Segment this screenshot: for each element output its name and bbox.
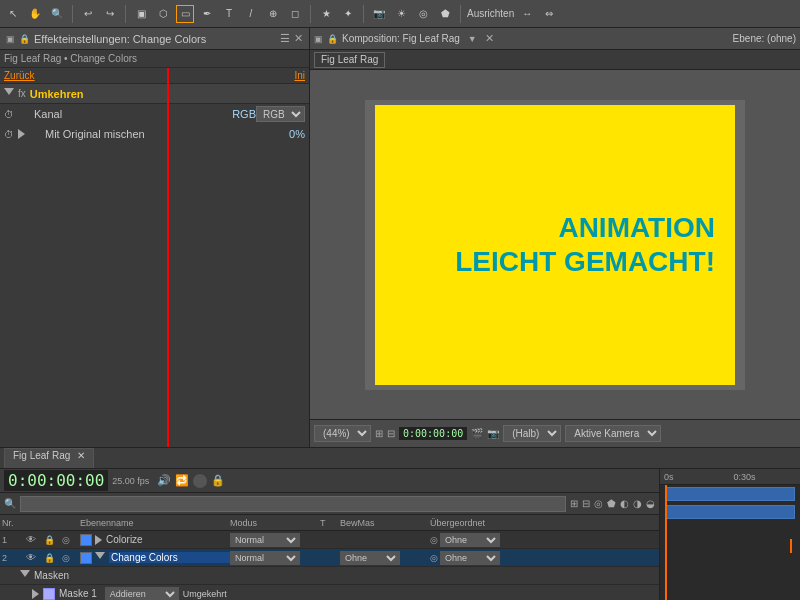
light-icon[interactable]: ☀ xyxy=(392,5,410,23)
effect-section-umkehren[interactable]: fx Umkehren xyxy=(0,84,309,104)
layer2-eye-icon[interactable]: 👁 xyxy=(26,552,44,563)
grid-icon[interactable]: ⊟ xyxy=(387,428,395,439)
layer1-ueberge-dropdown[interactable]: Ohne xyxy=(440,533,500,547)
timeline-tool2[interactable]: ⊟ xyxy=(582,498,590,509)
timeline-tab-label: Fig Leaf Rag xyxy=(13,450,70,461)
maske1-mode-dropdown[interactable]: Addieren Subtrahieren xyxy=(105,587,179,601)
solo-dot[interactable] xyxy=(193,474,207,488)
comp-tab-figleafrag[interactable]: Fig Leaf Rag xyxy=(314,52,385,68)
composition-panel: ▣ 🔒 Komposition: Fig Leaf Rag ▼ ✕ Ebene:… xyxy=(310,28,800,447)
kanal-stopwatch-icon[interactable]: ⏱ xyxy=(4,109,14,120)
layer1-modus-dropdown[interactable]: Normal xyxy=(230,533,300,547)
timeline-controls: 0:00:00:00 25.00 fps 🔊 🔁 🔒 xyxy=(0,469,659,493)
align-left-icon[interactable]: ↔ xyxy=(518,5,536,23)
redo-icon[interactable]: ↪ xyxy=(101,5,119,23)
section-triangle xyxy=(4,88,14,100)
layer-row-1[interactable]: 1 👁 🔒 ◎ Colorize Normal ◎ xyxy=(0,531,659,549)
kanal-value: RGB xyxy=(232,108,256,120)
timeline-tracks xyxy=(660,485,800,600)
layer1-track-bar[interactable] xyxy=(665,487,795,501)
layer2-bewmas-dropdown[interactable]: Ohne xyxy=(340,551,400,565)
clone-icon[interactable]: ⊕ xyxy=(264,5,282,23)
timeline-close-icon[interactable]: ✕ xyxy=(77,450,85,461)
text-icon[interactable]: T xyxy=(220,5,238,23)
effect-settings-header: ▣ 🔒 Effekteinstellungen: Change Colors ☰… xyxy=(0,28,309,50)
roto-icon[interactable]: ★ xyxy=(317,5,335,23)
canvas-animation-text: ANIMATION LEICHT GEMACHT! xyxy=(455,211,715,278)
layer1-solo-btn[interactable]: ◎ xyxy=(62,535,80,545)
align-right-icon[interactable]: ⇔ xyxy=(540,5,558,23)
col-ueberge-header: Übergeordnet xyxy=(430,518,560,528)
layer1-triangle[interactable] xyxy=(95,535,102,545)
layer-row-2[interactable]: 2 👁 🔒 ◎ Change Colors Normal Oh xyxy=(0,549,659,567)
panel-icon: ▣ xyxy=(6,34,15,44)
col-zuruck-header[interactable]: Zurück xyxy=(4,70,294,81)
col-name-header: Ebenenname xyxy=(80,518,230,528)
speaker-icon[interactable]: 🔊 xyxy=(157,474,171,487)
layer2-lock-icon[interactable]: 🔒 xyxy=(44,553,62,563)
col-headers: Zurück Ini xyxy=(0,68,309,84)
maske1-row[interactable]: Maske 1 Addieren Subtrahieren Umgekehrt xyxy=(0,585,659,600)
sep2 xyxy=(125,5,126,23)
camera-icon[interactable]: 📷 xyxy=(370,5,388,23)
layer1-lock-icon[interactable]: 🔒 xyxy=(44,535,62,545)
layer2-track-bar[interactable] xyxy=(665,505,795,519)
layer2-color xyxy=(80,552,92,564)
timeline-tool1[interactable]: ⊞ xyxy=(570,498,578,509)
masken-triangle xyxy=(20,570,30,582)
panel-close-icon[interactable]: ✕ xyxy=(294,32,303,45)
layer2-triangle[interactable] xyxy=(95,552,105,564)
rect-icon[interactable]: ▣ xyxy=(132,5,150,23)
col-nr-header: Nr. xyxy=(2,518,26,528)
mischen-label: Mit Original mischen xyxy=(29,128,289,140)
timeline-tool3[interactable]: ◎ xyxy=(594,498,603,509)
cursor-icon[interactable]: ↖ xyxy=(4,5,22,23)
kanal-dropdown[interactable]: RGB Rot Grün Blau xyxy=(256,106,305,122)
time-marker-0: 0s xyxy=(664,472,674,482)
comp-close-icon[interactable]: ✕ xyxy=(485,32,494,45)
layer1-eye-icon[interactable]: 👁 xyxy=(26,534,44,545)
timeline-tracks-panel: 0s 0:30s 1:00s xyxy=(660,469,800,600)
timeline-tab[interactable]: Fig Leaf Rag ✕ xyxy=(4,448,94,468)
loop-icon[interactable]: 🔁 xyxy=(175,474,189,487)
puppet-icon[interactable]: ✦ xyxy=(339,5,357,23)
cam-icon[interactable]: 📷 xyxy=(487,428,499,439)
layer1-color xyxy=(80,534,92,546)
playhead xyxy=(665,485,667,600)
masken-row[interactable]: Masken xyxy=(0,567,659,585)
brush-icon[interactable]: / xyxy=(242,5,260,23)
comp-dropdown-icon[interactable]: ▼ xyxy=(468,34,477,44)
panel-menu-icon[interactable]: ☰ xyxy=(280,32,290,45)
sep1 xyxy=(72,5,73,23)
eraser-icon[interactable]: ◻ xyxy=(286,5,304,23)
hand-icon[interactable]: ✋ xyxy=(26,5,44,23)
timeline-tool5[interactable]: ◐ xyxy=(620,498,629,509)
comp-canvas: ANIMATION LEICHT GEMACHT! xyxy=(310,70,800,419)
timeline-tool7[interactable]: ◒ xyxy=(646,498,655,509)
prev-frame-icon[interactable]: 🎬 xyxy=(471,428,483,439)
layer2-ueberge-dropdown[interactable]: Ohne xyxy=(440,551,500,565)
ellipse-icon[interactable]: ⬡ xyxy=(154,5,172,23)
null-icon[interactable]: ◎ xyxy=(414,5,432,23)
timeline-search-input[interactable] xyxy=(20,496,566,512)
zoom-icon[interactable]: 🔍 xyxy=(48,5,66,23)
mischen-stopwatch-icon[interactable]: ⏱ xyxy=(4,129,14,140)
layer2-modus-dropdown[interactable]: Normal xyxy=(230,551,300,565)
fit-icon[interactable]: ⊞ xyxy=(375,428,383,439)
timeline-content: 0:00:00:00 25.00 fps 🔊 🔁 🔒 🔍 ⊞ ⊟ ◎ ⬟ ◐ ◑ xyxy=(0,469,800,600)
layer2-ueberge-icon: ◎ xyxy=(430,553,438,563)
quality-select[interactable]: (Halb) (Voll) xyxy=(503,425,561,442)
shape-icon[interactable]: ⬟ xyxy=(436,5,454,23)
undo-icon[interactable]: ↩ xyxy=(79,5,97,23)
timeline-left-panel: 0:00:00:00 25.00 fps 🔊 🔁 🔒 🔍 ⊞ ⊟ ◎ ⬟ ◐ ◑ xyxy=(0,469,660,600)
lock2-icon[interactable]: 🔒 xyxy=(211,474,225,487)
rect2-icon[interactable]: ▭ xyxy=(176,5,194,23)
timeline-tool4[interactable]: ⬟ xyxy=(607,498,616,509)
zoom-select[interactable]: (44%) xyxy=(314,425,371,442)
layer2-solo-btn[interactable]: ◎ xyxy=(62,553,80,563)
camera-select[interactable]: Aktive Kamera xyxy=(565,425,661,442)
timeline-tool6[interactable]: ◑ xyxy=(633,498,642,509)
col-ini-header[interactable]: Ini xyxy=(294,70,305,81)
pen-icon[interactable]: ✒ xyxy=(198,5,216,23)
time-marker-30: 0:30s xyxy=(734,472,756,482)
